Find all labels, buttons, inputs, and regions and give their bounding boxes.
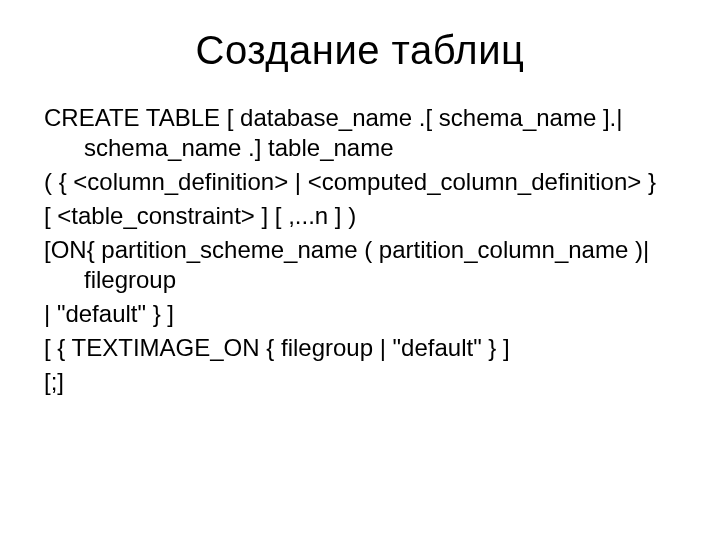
code-line: [ { TEXTIMAGE_ON { filegroup | "default"… [44, 333, 676, 363]
slide-title: Создание таблиц [44, 28, 676, 73]
code-line: [ <table_constraint> ] [ ,...n ] ) [44, 201, 676, 231]
code-line: [;] [44, 367, 676, 397]
code-line: CREATE TABLE [ database_name .[ schema_n… [44, 103, 676, 163]
code-line: [ON{ partition_scheme_name ( partition_c… [44, 235, 676, 295]
code-line: ( { <column_definition> | <computed_colu… [44, 167, 676, 197]
code-line: | "default" } ] [44, 299, 676, 329]
slide-body: CREATE TABLE [ database_name .[ schema_n… [44, 103, 676, 397]
slide: Создание таблиц CREATE TABLE [ database_… [0, 0, 720, 540]
